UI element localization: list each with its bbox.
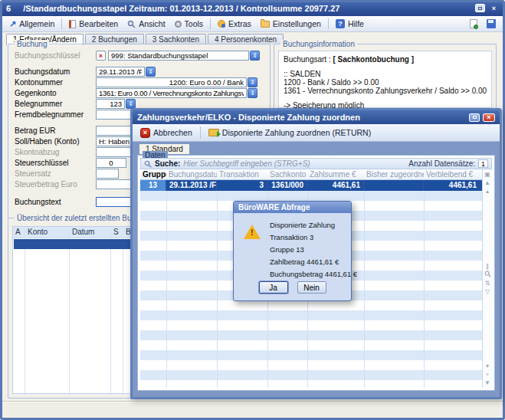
buchungsdatum-field[interactable]: [96, 67, 145, 77]
belegnummer-field[interactable]: [96, 99, 125, 109]
new-document-icon: [470, 19, 477, 28]
search-label: Suche:: [155, 159, 180, 168]
dialog-toolbar: × Abbrechen Disponierte Zahlung zuordnen…: [133, 124, 500, 142]
status-bar: [2, 401, 503, 415]
buchungsart-value: [ Sachkontobuchung ]: [333, 55, 414, 64]
scroll-top-icon[interactable]: ▲: [484, 179, 490, 187]
search-bar: Suche: Anzahl Datensätze: 1: [140, 158, 492, 169]
uebersicht-col-a[interactable]: A: [13, 227, 25, 238]
buchungsinformation-group-label: Buchungsinformation: [280, 40, 357, 48]
search-icon: [144, 160, 152, 168]
edit-page-icon: [69, 20, 76, 28]
restore-icon[interactable]: [475, 4, 485, 12]
save-button[interactable]: [482, 18, 500, 30]
uebersicht-col-konto[interactable]: Konto: [25, 227, 69, 238]
menu-allgemein[interactable]: ↗ Allgemein: [5, 18, 59, 31]
assign-payment-button[interactable]: Disponierte Zahlung zuordnen (RETURN): [205, 126, 375, 139]
dialog-close-icon[interactable]: ×: [483, 113, 495, 122]
menu-bearbeiten[interactable]: Bearbeiten: [64, 18, 123, 30]
cell-bisher-zugeordnet: [364, 180, 424, 191]
sort-icon[interactable]: ⇅: [485, 279, 490, 287]
cell-transaktion: 3: [217, 180, 267, 191]
cell-buchungsdatum: 29.11.2013 /Fr: [166, 180, 217, 191]
cancel-button[interactable]: × Abbrechen: [136, 126, 196, 139]
kontonummer-field[interactable]: [96, 77, 247, 87]
uebersicht-col-datum[interactable]: Datum: [70, 227, 110, 238]
scroll-bottom-icon[interactable]: ▼: [484, 379, 490, 387]
gegenkonto-dropdown-icon[interactable]: ⇕: [248, 88, 257, 98]
close-icon[interactable]: ×: [489, 4, 499, 12]
buchungsart-label: Buchungsart :: [284, 55, 333, 64]
dialog-titlebar: Zahlungsverkehr/ELKO - Disponierte Zahlu…: [133, 110, 500, 124]
menu-einstellungen[interactable]: Einstellungen: [256, 18, 326, 30]
record-count-label: Anzahl Datensätze:: [408, 159, 475, 168]
bueroware-abfrage-dialog: BüroWARE Abfrage ! Disponierte Zahlung T…: [233, 201, 352, 301]
col-zahlsumme[interactable]: Zahlsumme €: [307, 169, 364, 179]
main-window: 6 /Standardbuchungsstapel Zeitraum: 01.2…: [0, 0, 505, 420]
search-input[interactable]: [183, 159, 405, 168]
steuerschluessel-field[interactable]: [96, 158, 126, 168]
assign-folder-icon: [208, 129, 219, 136]
cell-verbleibend: 4461,61: [424, 180, 480, 191]
col-transaktion[interactable]: Transaktion: [217, 169, 267, 179]
help-icon: ?: [336, 19, 345, 28]
menu-extras[interactable]: Extras: [213, 18, 256, 30]
settings-folder-icon: [261, 21, 270, 28]
buchungsdatum-dropdown-icon[interactable]: ⇕: [146, 67, 156, 77]
messagebox-line-4: Zahlbetrag 4461,61 €: [270, 256, 357, 268]
kontonummer-label: Kontonummer: [15, 78, 96, 87]
arrow-ne-icon: ↗: [9, 19, 16, 29]
yes-button[interactable]: Ja: [259, 281, 288, 294]
grid-options-icon[interactable]: ▣: [484, 170, 490, 179]
columns-icon[interactable]: ∥: [486, 262, 489, 271]
scroll-down-icon[interactable]: ▾: [486, 362, 489, 370]
dialog-minimize-icon[interactable]: [469, 113, 480, 122]
extras-icon: [218, 20, 225, 28]
cell-zahlsumme: 4461,61: [307, 180, 364, 191]
tab-personenkonten[interactable]: 4 Personenkonten: [208, 34, 284, 44]
buchungsschluessel-field[interactable]: [108, 51, 249, 61]
page-down-icon[interactable]: +: [486, 370, 490, 379]
table-side-toolbar: ▣ ▲ ▴ ∥ ⇅ ▽ ▾ + ▼: [482, 169, 492, 388]
view-magnifier-icon: [127, 20, 136, 28]
messagebox-line-2: Transaktion 3: [270, 231, 357, 244]
saldo-line-1: 1200 - Bank / Saldo >> 0.00: [284, 78, 487, 87]
menu-hilfe[interactable]: ? Hilfe: [331, 18, 369, 30]
table-row[interactable]: 13 29.11.2013 /Fr 3 1361/000 4461,61 446…: [140, 180, 482, 191]
menu-tools[interactable]: Tools: [170, 18, 208, 30]
buchungsinformation-panel: Buchungsart : [ Sachkontobuchung ] :: SA…: [278, 51, 492, 108]
no-button[interactable]: Nein: [297, 281, 326, 294]
tab-buchungen[interactable]: 2 Buchungen: [85, 34, 144, 44]
window-number: 6: [6, 4, 11, 13]
window-titlebar: 6 /Standardbuchungsstapel Zeitraum: 01.2…: [0, 0, 505, 16]
new-document-button[interactable]: [465, 18, 482, 30]
gear-icon: [175, 21, 182, 28]
messagebox-line-5: Buchungsbetrag 4461,61 €: [270, 268, 357, 281]
messagebox-text: Disponierte Zahlung Transaktion 3 Gruppe…: [270, 219, 357, 281]
col-bisher-zugeordnet[interactable]: Bisher zugeordnet: [364, 169, 424, 179]
col-verbleibend[interactable]: Verbleibend €: [424, 169, 480, 179]
buchung-group-label: Buchung: [15, 40, 49, 48]
uebersicht-col-s[interactable]: S: [111, 227, 123, 238]
table-search-icon[interactable]: [484, 271, 491, 279]
steuersatz-label: Steuersatz: [15, 169, 96, 178]
gegenkonto-field[interactable]: [96, 88, 247, 98]
skontoabzug-label: Skontoabzug: [15, 148, 96, 156]
col-sachkonto[interactable]: Sachkonto: [267, 169, 307, 179]
buchungsschluessel-dropdown-icon[interactable]: ⇕: [250, 51, 260, 61]
col-gruppe[interactable]: Gruppe: [140, 169, 166, 179]
dialog-title: Zahlungsverkehr/ELKO - Disponierte Zahlu…: [137, 113, 360, 122]
cancel-cross-icon: ×: [140, 128, 150, 138]
kontonummer-dropdown-icon[interactable]: ⇕: [248, 77, 257, 87]
saldo-line-2: 1361 - Verrechnungskonto Zahlungsverkehr…: [284, 87, 487, 95]
menu-ansicht[interactable]: Ansicht: [123, 18, 169, 30]
menubar: ↗ Allgemein Bearbeiten Ansicht Tools Ext…: [0, 16, 505, 32]
scroll-up-icon[interactable]: ▴: [486, 187, 489, 195]
cell-sachkonto: 1361/000: [267, 180, 307, 191]
col-buchungsdatum[interactable]: Buchungsdatum: [166, 169, 217, 179]
messagebox-line-3: Gruppe 13: [270, 244, 357, 256]
tab-sachkonten[interactable]: 3 Sachkonten: [146, 34, 206, 44]
clear-key-icon[interactable]: ×: [96, 51, 106, 61]
window-title: /Standardbuchungsstapel Zeitraum: 01.201…: [23, 4, 339, 13]
filter-icon[interactable]: ▽: [485, 287, 490, 296]
